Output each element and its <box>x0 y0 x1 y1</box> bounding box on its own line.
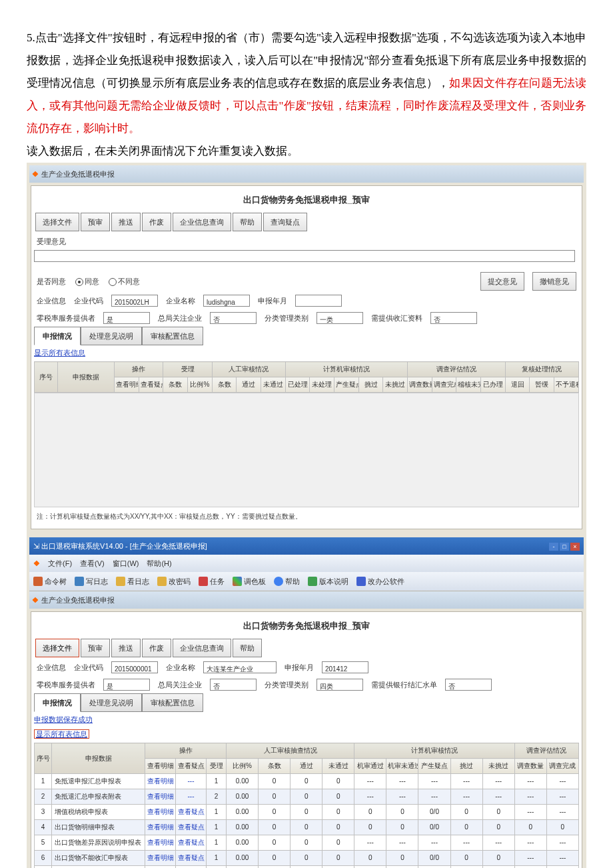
feedback-label: 受理意见 <box>34 233 579 250</box>
revoke-opinion-button[interactable]: 撤销意见 <box>532 272 576 291</box>
name-input[interactable]: ludishgna <box>203 295 250 307</box>
screenshot-1: ❖ 生产企业免抵退税申报 出口货物劳务免抵退税申报_预审 选择文件 预审 推送 … <box>27 163 586 535</box>
table-row: 4出口货物明细申报表查看明细查看疑点10.00000000/00000 <box>35 820 579 835</box>
paragraph-2: 读入数据后，在未关闭界面情况下允许重复读入数据。 <box>27 140 586 163</box>
table-row: 5出口货物差异原因说明申报表查看明细查看疑点10.00000----------… <box>35 835 579 851</box>
menu-view[interactable]: 查看(V) <box>80 556 105 571</box>
menu-help[interactable]: 帮助(H) <box>147 556 171 571</box>
table-row: 6出口货物不能收汇申报表查看明细查看疑点10.00000000/000-----… <box>35 851 579 866</box>
main-toolbar: 命令树 写日志 看日志 改密码 任务 调色板 帮助 版本说明 改办公软件 <box>29 572 584 591</box>
menubar: ❖ 文件(F) 查看(V) 窗口(W) 帮助(H) <box>29 555 584 572</box>
help-button[interactable]: 帮助 <box>233 639 262 657</box>
page-title: 出口货物劳务免抵退税申报_预审 <box>34 189 579 211</box>
agree-label: 是否同意 <box>37 274 66 289</box>
feedback-input[interactable] <box>34 250 575 262</box>
tab-report[interactable]: 申报情况 <box>34 693 81 712</box>
menu-window[interactable]: 窗口(W) <box>113 556 139 571</box>
data-table: 序号 申报数据 操作 受理 人工审核情况 计算机审核情况 调查评估情况 复核处理… <box>34 361 579 393</box>
code-input[interactable]: 2015002LH <box>111 295 158 307</box>
toolbar: 选择文件 预审 推送 作废 企业信息查询 帮助 查询疑点 <box>34 211 579 233</box>
push-button[interactable]: 推送 <box>111 213 141 231</box>
select-file-button[interactable]: 选择文件 <box>35 639 79 657</box>
page-title-2: 出口货物劳务免抵退税申报_预审 <box>34 615 579 637</box>
radio-disagree[interactable] <box>109 278 117 286</box>
tab-config[interactable]: 审核配置信息 <box>142 693 203 712</box>
table-row: 3增值税纳税申报表查看明细查看疑点10.00000000/000------ <box>35 805 579 820</box>
close-icon[interactable]: × <box>570 543 580 551</box>
period-input[interactable] <box>295 295 342 307</box>
push-button[interactable]: 推送 <box>111 639 141 657</box>
app-logo-icon: ❖ <box>32 167 39 181</box>
preaudit-button[interactable]: 预审 <box>81 639 110 657</box>
app-titlebar: ⇲ 出口退税审核系统V14.00 - [生产企业免抵退税申报] -□× <box>29 537 584 555</box>
load-ok-link: 申报数据保存成功 <box>34 715 93 723</box>
show-all-link[interactable]: 显示所有表信息 <box>34 729 89 739</box>
submit-opinion-button[interactable]: 提交意见 <box>480 272 524 291</box>
footnote: 注：计算机审核疑点数量格式为XX/YY,其中XX：审核疑点总数，YY：需要挑过疑… <box>34 507 579 526</box>
show-all-link[interactable]: 显示所有表信息 <box>34 349 85 357</box>
menu-logo-icon: ❖ <box>33 556 40 571</box>
preaudit-button[interactable]: 预审 <box>81 213 110 231</box>
cmdtree-button[interactable]: 命令树 <box>33 574 67 589</box>
void-button[interactable]: 作废 <box>142 213 171 231</box>
code-input[interactable]: 2015000001 <box>111 661 158 673</box>
tab-logo-icon: ❖ <box>32 593 39 607</box>
help-button[interactable]: 帮助 <box>233 213 262 231</box>
menu-file[interactable]: 文件(F) <box>48 556 72 571</box>
company-query-button[interactable]: 企业信息查询 <box>173 213 231 231</box>
tab-opinion[interactable]: 处理意见说明 <box>81 327 142 345</box>
void-button[interactable]: 作废 <box>142 639 171 657</box>
select-file-button[interactable]: 选择文件 <box>35 213 79 231</box>
palette-button[interactable]: 调色板 <box>233 574 266 589</box>
period-input[interactable]: 201412 <box>322 661 368 673</box>
maximize-icon[interactable]: □ <box>560 543 569 551</box>
screenshot-2: ⇲ 出口退税审核系统V14.00 - [生产企业免抵退税申报] -□× ❖ 文件… <box>27 535 586 868</box>
table-row: 7出口货物收汇申报表查看明细查看疑点10.00000000/000------ <box>35 866 579 869</box>
app-icon: ⇲ <box>33 542 39 550</box>
window-titlebar: ❖ 生产企业免抵退税申报 <box>29 165 584 183</box>
help-toolbar-button[interactable]: 帮助 <box>274 574 300 589</box>
table-row: 1免抵退申报汇总申报表查看明细---10.00000--------------… <box>35 774 579 789</box>
table-row: 2免抵退汇总申报表附表查看明细---20.00000--------------… <box>35 789 579 805</box>
tab-config[interactable]: 审核配置信息 <box>142 327 203 345</box>
paragraph-1: 5.点击"选择文件"按钮时，有远程申报的省（市）需要勾选"读入远程申报数据"选项… <box>27 27 586 140</box>
company-query-button[interactable]: 企业信息查询 <box>173 639 231 657</box>
readlog-button[interactable]: 看日志 <box>116 574 149 589</box>
name-input[interactable]: 大连某生产企业 <box>203 661 277 673</box>
data-table: 序号 申报数据 操作 人工审核抽查情况 计算机审核情况 调查评估情况 查看明细查… <box>34 743 579 868</box>
writelog-button[interactable]: 写日志 <box>75 574 108 589</box>
task-button[interactable]: 任务 <box>199 574 225 589</box>
minimize-icon[interactable]: - <box>549 543 558 551</box>
password-button[interactable]: 改密码 <box>157 574 191 589</box>
version-button[interactable]: 版本说明 <box>308 574 348 589</box>
inner-tab-title: ❖ 生产企业免抵退税申报 <box>29 591 584 609</box>
office-button[interactable]: 改办公软件 <box>356 574 404 589</box>
tab-opinion[interactable]: 处理意见说明 <box>81 693 142 712</box>
empty-grid <box>34 393 579 507</box>
query-doubt-button[interactable]: 查询疑点 <box>263 213 307 231</box>
tab-report[interactable]: 申报情况 <box>34 327 81 345</box>
radio-agree[interactable] <box>75 278 83 286</box>
